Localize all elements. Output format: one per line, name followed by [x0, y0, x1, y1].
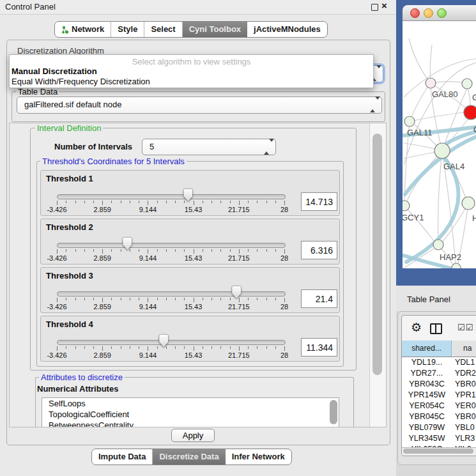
slider-tick-label: 2.859 — [86, 254, 118, 262]
slider-tick — [220, 249, 221, 252]
slider-tick — [75, 201, 76, 203]
apply-button[interactable]: Apply — [171, 429, 215, 442]
table-data-combobox[interactable]: galFiltered.sif default node — [17, 96, 382, 114]
close-traffic-light[interactable] — [410, 8, 420, 18]
gal80-node[interactable] — [426, 78, 436, 88]
table-column-header-1[interactable]: shared... — [402, 341, 452, 357]
threshold-value-field[interactable]: 14.713 — [301, 192, 337, 211]
table-row[interactable]: YPR145WYPR1 — [402, 390, 476, 401]
slider-thumb[interactable] — [183, 189, 192, 201]
slider-tick — [93, 249, 94, 252]
threshold-panel-1: Threshold 1-3.4262.8599.14415.4321.71528… — [40, 170, 340, 216]
slider-tick-label: 21.715 — [223, 254, 255, 262]
minimize-traffic-light[interactable] — [424, 8, 433, 18]
tab-style[interactable]: Style — [111, 22, 144, 37]
network-edge[interactable] — [406, 151, 442, 202]
gcy1-node[interactable] — [403, 201, 410, 211]
slider-tick — [157, 346, 158, 349]
attribute-list-item[interactable]: TopologicalCoefficient — [42, 410, 339, 420]
cell-shared-name: YBL079W — [402, 422, 452, 433]
threshold-value-field[interactable]: 11.344 — [301, 338, 337, 357]
table-row[interactable]: YER054CYER0 — [402, 401, 476, 411]
slider-tick — [284, 346, 285, 351]
tab-cyni-toolbox[interactable]: Cyni Toolbox — [183, 22, 247, 37]
gal11-node[interactable] — [404, 116, 415, 127]
slider-thumb[interactable] — [232, 286, 241, 298]
number-of-intervals-combobox[interactable]: 5 — [142, 139, 276, 155]
top-right-node[interactable] — [462, 79, 472, 89]
table-column-header-2[interactable]: na — [452, 341, 476, 357]
network-window-titlebar[interactable] — [403, 5, 476, 21]
control-panel-titlebar: Control Panel × — [0, 0, 396, 15]
threshold-panel-2: Threshold 2-3.4262.8599.14415.4321.71528… — [40, 219, 340, 265]
table-row[interactable]: YDL19...YDL1 — [402, 357, 476, 368]
vertical-scrollbar[interactable] — [369, 123, 386, 427]
slider-track[interactable] — [57, 194, 286, 199]
slider-track[interactable] — [57, 291, 286, 296]
tab-select[interactable]: Select — [144, 22, 182, 37]
horizontal-scrollbar[interactable] — [402, 447, 476, 455]
slider-tick-label: -3.426 — [41, 351, 73, 359]
slider-tick — [121, 249, 121, 252]
table-data-group-title: Table Data — [16, 87, 59, 96]
table-row[interactable]: YBL079WYBL0 — [402, 422, 476, 433]
slider-tick-label: 28 — [268, 206, 300, 213]
slider-tick — [257, 346, 257, 349]
attribute-list-item[interactable]: BetweennessCentrality — [42, 420, 339, 427]
slider-tick — [75, 346, 76, 349]
h-node[interactable] — [462, 197, 475, 210]
column-layout-icon[interactable] — [430, 323, 442, 334]
gal4-node[interactable] — [434, 143, 450, 158]
network-edge[interactable] — [430, 45, 432, 83]
horizontal-scrollbar-thumb[interactable] — [403, 449, 473, 454]
network-canvas[interactable]: GAL80GACGAL11GAL4GCY1HHAP2 — [403, 21, 476, 268]
network-edge[interactable] — [410, 112, 464, 121]
number-of-intervals-label: Number of Intervals — [54, 142, 132, 151]
vertical-scrollbar-thumb[interactable] — [372, 134, 382, 375]
tab-impute-data[interactable]: Impute Data — [92, 449, 153, 464]
network-edge[interactable] — [404, 206, 434, 241]
tab-network[interactable]: Network — [55, 22, 111, 37]
threshold-value-field[interactable]: 6.316 — [301, 241, 337, 259]
hap2-node[interactable] — [433, 240, 443, 250]
slider-thumb[interactable] — [159, 335, 168, 347]
cell-name: YBR0 — [452, 379, 476, 390]
table-row[interactable]: YBR045CYBR0 — [402, 411, 476, 422]
table-row[interactable]: YBR043CYBR0 — [402, 379, 476, 390]
selected-red-node[interactable] — [464, 105, 476, 119]
table-panel-titlebar: Table Panel — [396, 286, 476, 311]
network-edge-thick[interactable] — [406, 158, 458, 262]
select-columns-icons[interactable]: ☑☑ — [457, 323, 473, 332]
slider-track[interactable] — [57, 243, 286, 248]
threshold-panel-3: Threshold 3-3.4262.8599.14415.4321.71528… — [40, 267, 340, 313]
tab-jactivemnodules[interactable]: jActiveMNodules — [247, 22, 327, 37]
network-edge[interactable] — [410, 88, 427, 121]
slider-tick — [148, 298, 148, 302]
tab-discretize-data[interactable]: Discretize Data — [153, 449, 225, 464]
tab-infer-network[interactable]: Infer Network — [226, 449, 291, 464]
combo-arrows-icon — [264, 142, 270, 151]
bottom-node[interactable] — [452, 263, 461, 268]
dropdown-option-equal-width-frequency[interactable]: Equal Width/Frequency Discretization — [12, 77, 150, 86]
table-row[interactable]: YDR27...YDR2 — [402, 368, 476, 379]
numerical-attributes-list[interactable]: SelfLoopsTopologicalCoefficientBetweenne… — [42, 397, 339, 427]
attribute-list-item[interactable]: SelfLoops — [42, 399, 339, 409]
cell-shared-name: YDR27... — [402, 368, 452, 379]
maximize-traffic-light[interactable] — [437, 8, 447, 18]
slider-tick — [166, 298, 167, 300]
list-scrollbar-thumb[interactable] — [330, 400, 337, 424]
float-window-icon[interactable] — [371, 4, 378, 11]
table-row[interactable]: YLR345WYLR3 — [402, 433, 476, 444]
threshold-value-field[interactable]: 21.4 — [301, 289, 337, 308]
slider-thumb[interactable] — [123, 238, 132, 250]
close-icon[interactable]: × — [381, 0, 387, 11]
gear-icon[interactable]: ⚙ — [411, 320, 422, 335]
slider-tick — [230, 298, 231, 300]
dropdown-option-manual-discretization[interactable]: Manual Discretization — [12, 66, 97, 76]
slider-tick — [130, 298, 130, 300]
network-edge[interactable] — [438, 151, 442, 240]
slider-tick — [239, 249, 240, 254]
slider-track[interactable] — [57, 340, 286, 345]
network-edge[interactable] — [409, 38, 431, 83]
slider-tick-label: 21.715 — [223, 206, 255, 213]
